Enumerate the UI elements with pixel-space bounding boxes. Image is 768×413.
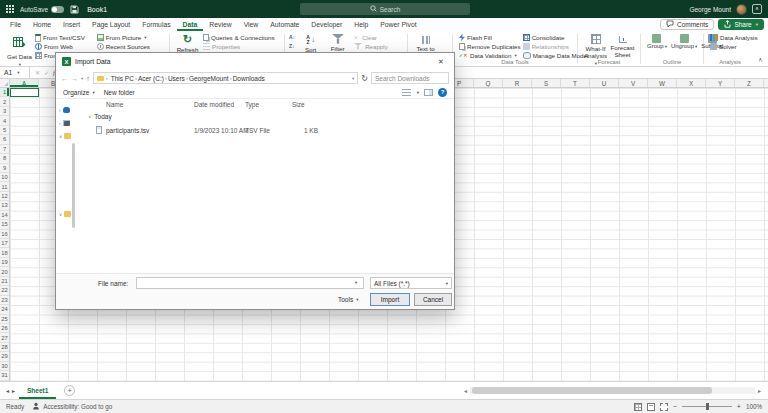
tab-view[interactable]: View: [238, 18, 265, 31]
file-group-header[interactable]: ∨ Today: [88, 113, 112, 120]
collapse-ribbon-icon[interactable]: ∨: [758, 57, 762, 64]
comments-button[interactable]: Comments: [660, 19, 714, 30]
row-header-5[interactable]: 5: [0, 126, 9, 135]
row-header-3[interactable]: 3: [0, 107, 9, 116]
row-header-8[interactable]: 8: [0, 154, 9, 163]
file-type-select[interactable]: All Files (*.*) ▾: [370, 277, 452, 289]
row-header-14[interactable]: 14: [0, 211, 9, 220]
from-text-csv-button[interactable]: From Text/CSV: [35, 33, 95, 42]
organize-button[interactable]: Organize ▾: [63, 89, 95, 96]
row-header-10[interactable]: 10: [0, 173, 9, 182]
row-header-4[interactable]: 4: [0, 116, 9, 125]
row-header-28[interactable]: 28: [0, 343, 9, 352]
row-header-18[interactable]: 18: [0, 248, 9, 257]
recent-locations-icon[interactable]: ▾: [81, 76, 83, 81]
column-header-R[interactable]: R: [503, 79, 532, 87]
row-header-9[interactable]: 9: [0, 164, 9, 173]
row-header-20[interactable]: 20: [0, 267, 9, 276]
column-header-W[interactable]: W: [648, 79, 677, 87]
row-header-6[interactable]: 6: [0, 135, 9, 144]
breadcrumb-item[interactable]: Users: [167, 75, 186, 82]
column-header-date-modified[interactable]: Date modified: [194, 101, 234, 108]
chevron-down-icon[interactable]: ▾: [417, 90, 419, 95]
view-mode-icon[interactable]: [402, 89, 411, 96]
breadcrumb-item[interactable]: Downloads: [232, 75, 266, 82]
sheet-nav-left-icon[interactable]: ◂: [6, 387, 9, 394]
breadcrumb-item[interactable]: Acer (C:): [137, 75, 165, 82]
row-header-25[interactable]: 25: [0, 315, 9, 324]
chevron-down-icon[interactable]: ▾: [355, 280, 357, 285]
queries-connections-button[interactable]: Queries & Connections: [203, 33, 275, 42]
row-header-29[interactable]: 29: [0, 352, 9, 361]
row-header-11[interactable]: 11: [0, 182, 9, 191]
row-header-26[interactable]: 26: [0, 324, 9, 333]
file-row[interactable]: participants.tsv1/9/2023 10:10 AMTSV Fil…: [76, 125, 450, 137]
get-data-button[interactable]: Get Data ▾: [6, 33, 33, 67]
from-web-button[interactable]: From Web: [35, 42, 95, 51]
tab-insert[interactable]: Insert: [57, 18, 86, 31]
column-header-T[interactable]: T: [561, 79, 590, 87]
sidebar-item-folder[interactable]: ∨: [59, 133, 71, 139]
name-box[interactable]: A1 ▾: [0, 67, 30, 78]
search-box[interactable]: Search: [300, 3, 470, 15]
row-header-16[interactable]: 16: [0, 230, 9, 239]
ungroup-button[interactable]: Ungroup▾: [669, 33, 699, 50]
row-header-15[interactable]: 15: [0, 220, 9, 229]
row-header-1[interactable]: 1: [0, 88, 9, 97]
row-header-22[interactable]: 22: [0, 286, 9, 295]
tab-help[interactable]: Help: [348, 18, 374, 31]
row-header-2[interactable]: 2: [0, 97, 9, 106]
tab-data[interactable]: Data: [177, 18, 204, 31]
avatar[interactable]: [736, 4, 747, 15]
zoom-level[interactable]: 100%: [746, 403, 762, 410]
column-header-Z[interactable]: Z: [735, 79, 764, 87]
tools-button[interactable]: Tools ▾: [338, 296, 358, 303]
row-header-23[interactable]: 23: [0, 296, 9, 305]
sheet-nav-right-icon[interactable]: ▸: [12, 387, 15, 394]
properties-button[interactable]: Properties: [203, 42, 275, 51]
flash-fill-button[interactable]: Flash Fill: [459, 33, 521, 42]
row-header-17[interactable]: 17: [0, 239, 9, 248]
column-header-name[interactable]: Name: [106, 101, 123, 108]
horizontal-scrollbar[interactable]: ◂ ▸: [461, 382, 766, 399]
column-header-U[interactable]: U: [590, 79, 619, 87]
column-header-type[interactable]: Type: [245, 101, 259, 108]
reapply-button[interactable]: Reapply: [353, 42, 388, 51]
file-list-pane[interactable]: NameDate modifiedTypeSize ∨ Today partic…: [76, 99, 454, 273]
select-all-corner[interactable]: [0, 79, 10, 88]
scrollbar-thumb[interactable]: [472, 387, 712, 394]
new-folder-button[interactable]: New folder: [104, 89, 135, 96]
row-header-13[interactable]: 13: [0, 201, 9, 210]
tab-file[interactable]: File: [4, 18, 27, 31]
row-header-12[interactable]: 12: [0, 192, 9, 201]
back-icon[interactable]: ←: [61, 75, 68, 82]
column-header-X[interactable]: X: [677, 79, 706, 87]
clear-filter-button[interactable]: Clear: [353, 33, 388, 42]
share-button[interactable]: Share ▾: [718, 19, 764, 30]
sort-button[interactable]: ↓ Sort: [297, 33, 324, 53]
dialog-search-box[interactable]: Search Downloads: [371, 72, 449, 84]
autosave-toggle[interactable]: AutoSave: [20, 6, 64, 13]
consolidate-button[interactable]: Consolidate: [523, 33, 589, 42]
user-name[interactable]: George Mount: [689, 6, 731, 13]
zoom-slider[interactable]: [682, 406, 732, 407]
sidebar-item-onedrive[interactable]: ›: [59, 107, 70, 113]
forward-icon[interactable]: →: [71, 75, 78, 82]
import-button[interactable]: Import: [370, 293, 410, 306]
refresh-icon[interactable]: ↻: [361, 74, 368, 83]
filter-button[interactable]: Filter: [324, 33, 351, 52]
page-layout-view-icon[interactable]: [647, 403, 655, 411]
sidebar-item-this-pc[interactable]: ›: [59, 120, 70, 126]
column-header-V[interactable]: V: [619, 79, 648, 87]
page-break-view-icon[interactable]: [660, 403, 668, 411]
data-analysis-button[interactable]: Data Analysis: [710, 33, 758, 42]
zoom-in-icon[interactable]: +: [737, 403, 741, 410]
tab-home[interactable]: Home: [27, 18, 57, 31]
zoom-slider-thumb[interactable]: [706, 403, 709, 410]
group-button[interactable]: Group▾: [645, 33, 669, 50]
recent-sources-button[interactable]: Recent Sources: [97, 42, 150, 51]
tab-formulas[interactable]: Formulas: [136, 18, 176, 31]
forecast-sheet-button[interactable]: Forecast Sheet: [609, 33, 636, 58]
breadcrumb-item[interactable]: This PC: [110, 75, 135, 82]
column-header-size[interactable]: Size: [292, 101, 305, 108]
